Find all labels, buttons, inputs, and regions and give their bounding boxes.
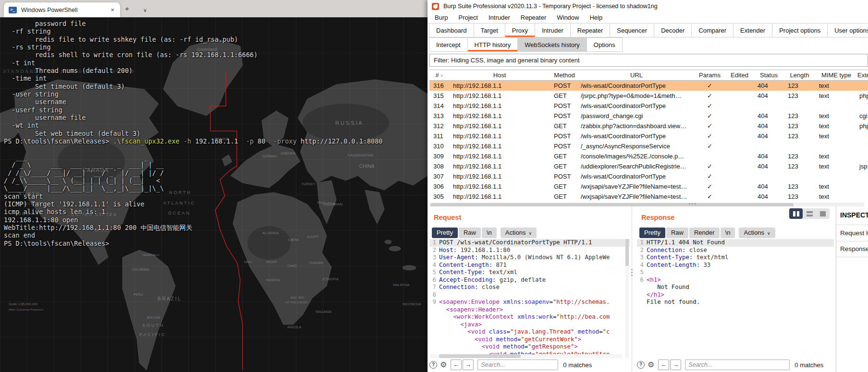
help-icon[interactable]: ? (429, 361, 437, 369)
chevron-down-icon: ∨ (767, 231, 770, 236)
menu-item-window[interactable]: Window (551, 12, 584, 23)
subtab-intercept[interactable]: Intercept (429, 37, 468, 52)
inspector-panel: INSPECTOR Request HeadersResponse Header… (836, 206, 868, 372)
tab-target[interactable]: Target (474, 23, 505, 37)
column-header-extension[interactable]: Extension (857, 70, 868, 80)
terminal-tab-powershell[interactable]: >_ Windows PowerShell × (4, 2, 120, 17)
layout-rows-button[interactable] (803, 208, 816, 219)
cell-num: 314 (429, 101, 449, 111)
menu-item-intruder[interactable]: Intruder (483, 12, 515, 23)
cell-mime: text (815, 121, 857, 131)
cell-length: 123 (784, 161, 815, 171)
help-icon[interactable]: ? (637, 361, 645, 369)
response-search-input[interactable] (685, 360, 790, 370)
cell-url: /wls-wsat/CoordinatorPortType (579, 171, 694, 181)
request-vertical-scrollbar[interactable] (625, 239, 629, 358)
http-history-filter-bar[interactable]: Filter: Hiding CSS, image and general bi… (429, 54, 868, 67)
panel-splitter-handle-icon[interactable] (631, 269, 633, 277)
tab-sequencer[interactable]: Sequencer (610, 23, 654, 37)
view-tab-raw[interactable]: Raw (666, 228, 688, 238)
column-header--[interactable]: #∨ (429, 70, 449, 80)
gear-icon[interactable]: ⚙ (440, 361, 447, 369)
view-tab--n[interactable]: \n (721, 228, 735, 238)
line-number (637, 291, 644, 299)
view-tab-render[interactable]: Render (689, 228, 720, 238)
column-header-params[interactable]: Params (694, 70, 725, 80)
response-editor[interactable]: 1HTTP/1.1 404 Not Found2Connection: clos… (637, 239, 834, 358)
column-header-url[interactable]: URL (579, 70, 694, 80)
inspector-section-response-headers[interactable]: Response Headers (840, 245, 868, 252)
editor-line: 6<h1> (637, 276, 834, 284)
terminal-lines: password file -rf string redis file to w… (0, 17, 428, 372)
subtab-options[interactable]: Options (587, 37, 623, 52)
menu-item-project[interactable]: Project (453, 12, 483, 23)
search-next-button[interactable]: → (463, 360, 474, 370)
subtab-websockets-history[interactable]: WebSockets history (517, 37, 587, 52)
new-tab-button[interactable]: + (125, 4, 129, 13)
gear-icon[interactable]: ⚙ (648, 361, 654, 369)
subtab-http-history[interactable]: HTTP history (467, 37, 518, 52)
table-row[interactable]: 306http://192.168.1.1GET/wxjsapi/saveYZJ… (429, 181, 868, 192)
search-prev-button[interactable]: ← (658, 360, 669, 370)
view-tab-pretty[interactable]: Pretty (639, 228, 665, 238)
tab-project-options[interactable]: Project options (772, 23, 828, 37)
cell-edited (725, 101, 754, 111)
cell-status: 404 (754, 131, 784, 141)
cell-ext: jsp (857, 161, 868, 171)
tab-user-options[interactable]: User options (827, 23, 868, 37)
cell-host: http://192.168.1.1 (449, 131, 550, 141)
table-row[interactable]: 314http://192.168.1.1POST/wls-wsat/Coord… (429, 101, 868, 111)
column-header-status[interactable]: Status (754, 70, 784, 80)
terminal-line: -rs string (4, 43, 428, 51)
cell-status (754, 101, 784, 111)
tab-dropdown-icon[interactable]: ∨ (143, 6, 147, 14)
request-horizontal-scrollbar[interactable] (430, 354, 623, 358)
tab-extender[interactable]: Extender (733, 23, 772, 37)
column-header-mime-type[interactable]: MIME type (815, 70, 857, 80)
table-row[interactable]: 311http://192.168.1.1POST/wls-wsat/Coord… (429, 131, 868, 141)
terminal-screen[interactable]: STANDARD TIME ZONES OF THE WORLD NORTHPA… (0, 17, 428, 372)
editor-line: File not found. (637, 299, 834, 306)
actions-button[interactable]: Actions∨ (501, 228, 537, 238)
close-tab-icon[interactable]: × (109, 6, 116, 14)
tab-dashboard[interactable]: Dashboard (429, 23, 474, 37)
tab-repeater[interactable]: Repeater (570, 23, 610, 37)
splitter-handle-icon[interactable] (689, 203, 698, 205)
table-row[interactable]: 315http://192.168.1.1GET/jsrpc.php?type=… (429, 91, 868, 101)
actions-button[interactable]: Actions∨ (739, 228, 775, 238)
request-editor[interactable]: 1POST /wls-wsat/CoordinatorPortType HTTP… (429, 239, 630, 358)
tab-comparer[interactable]: Comparer (691, 23, 734, 37)
search-next-button[interactable]: → (670, 360, 681, 370)
layout-columns-button[interactable] (789, 208, 803, 219)
table-row[interactable]: 316http://192.168.1.1POST/wls-wsat/Coord… (429, 81, 868, 91)
table-row[interactable]: 309http://192.168.1.1GET/console/images/… (429, 151, 868, 161)
table-row[interactable]: 310http://192.168.1.1POST/_async/AsyncRe… (429, 141, 868, 151)
tab-decoder[interactable]: Decoder (654, 23, 692, 37)
menu-item-burp[interactable]: Burp (429, 12, 453, 23)
table-row[interactable]: 312http://192.168.1.1GET/zabbix.php?acti… (429, 121, 868, 131)
table-row[interactable]: 307http://192.168.1.1POST/wls-wsat/Coord… (429, 171, 868, 181)
tab-intruder[interactable]: Intruder (535, 23, 571, 37)
cell-length: 123 (784, 151, 815, 161)
menu-item-repeater[interactable]: Repeater (515, 12, 551, 23)
editor-line: 8 (429, 291, 630, 299)
column-header-host[interactable]: Host (449, 70, 550, 80)
view-tab--n[interactable]: \n (482, 228, 497, 238)
tab-proxy[interactable]: Proxy (505, 23, 535, 37)
layout-single-button[interactable] (816, 208, 830, 219)
view-tab-pretty[interactable]: Pretty (432, 228, 458, 238)
table-row[interactable]: 308http://192.168.1.1GET/uddiexplorer/Se… (429, 161, 868, 171)
cell-method: POST (550, 141, 579, 151)
inspector-section-request-headers[interactable]: Request Headers (840, 229, 868, 237)
table-row[interactable]: 305http://192.168.1.1GET/wxjsapi/saveYZJ… (429, 192, 868, 202)
column-header-length[interactable]: Length (784, 70, 815, 80)
cell-ext: php (857, 91, 868, 101)
editor-line: 1POST /wls-wsat/CoordinatorPortType HTTP… (429, 239, 630, 247)
table-row[interactable]: 313http://192.168.1.1POST/password_chang… (429, 111, 868, 121)
search-prev-button[interactable]: ← (451, 360, 462, 370)
column-header-method[interactable]: Method (550, 70, 579, 80)
view-tab-raw[interactable]: Raw (459, 228, 481, 238)
request-search-input[interactable] (477, 360, 558, 370)
menu-item-help[interactable]: Help (584, 12, 608, 23)
column-header-edited[interactable]: Edited (725, 70, 754, 80)
